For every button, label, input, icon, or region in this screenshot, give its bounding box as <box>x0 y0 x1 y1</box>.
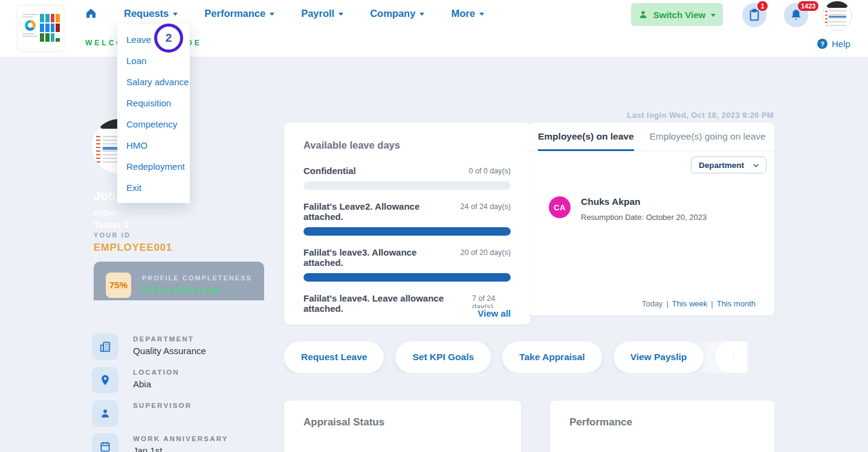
employee-on-leave-row: CA Chuks Akpan Resumption Date: October … <box>549 196 707 222</box>
info-label: SUPERVISOR <box>133 400 192 409</box>
user-avatar[interactable] <box>822 1 852 31</box>
logo-donut-chart <box>25 20 36 31</box>
nav-more-label: More <box>451 8 474 19</box>
tasks-badge: 1 <box>757 1 768 11</box>
edit-profile-label: Edit profile now <box>142 284 219 296</box>
help-link[interactable]: ? Help <box>817 39 850 49</box>
switch-view-label: Switch View <box>653 10 705 20</box>
nav-payroll[interactable]: Payroll <box>301 8 343 19</box>
leave-type-name: Falilat's leave3. Allowance attached. <box>303 247 455 268</box>
chevron-down-icon <box>173 13 178 16</box>
nav-home[interactable] <box>85 7 97 19</box>
leave-type-name: Falilat's Leave2. Allowance attached. <box>303 201 455 222</box>
clipboard-icon <box>748 8 761 22</box>
appraisal-status-title: Appraisal Status <box>303 416 502 428</box>
menu-item-competency[interactable]: Competency <box>117 114 190 135</box>
person-icon <box>92 400 118 427</box>
menu-item-exit[interactable]: Exit <box>117 177 190 198</box>
your-id-label: YOUR ID <box>94 231 131 239</box>
resumption-date: Resumption Date: October 20, 2023 <box>581 213 707 222</box>
info-value: Quality Assurance <box>133 346 206 356</box>
info-label: LOCATION <box>133 367 180 376</box>
info-value: Abia <box>133 379 180 389</box>
quick-actions-row: Request Leave Set KPI Goals Take Apprais… <box>284 341 747 373</box>
filter-today[interactable]: Today <box>642 299 663 308</box>
edit-profile-link[interactable]: Edit profile now → <box>142 284 252 296</box>
leave-card-title: Available leave days <box>303 140 511 151</box>
chevron-down-icon <box>711 14 716 17</box>
menu-item-hmo[interactable]: HMO <box>117 135 190 156</box>
nav-performance-label: Performance <box>204 8 265 19</box>
my-requisition-button[interactable]: My Requisition <box>715 341 747 373</box>
department-filter-label: Department <box>699 161 744 170</box>
employee-initials-avatar: CA <box>549 196 571 218</box>
leave-days-value: 20 of 20 day(s) <box>461 247 511 257</box>
leave-item: Confidential 0 of 0 day(s) <box>303 166 511 190</box>
performance-title: Performance <box>569 416 755 428</box>
employee-grade: HIGH <box>94 209 115 218</box>
home-icon <box>85 7 97 19</box>
annotation-circle-2: 2 <box>154 24 183 53</box>
view-payslip-button[interactable]: View Payslip <box>614 341 704 373</box>
notifications-badge: 1423 <box>798 1 818 11</box>
main-nav: Requests Performance Payroll Company Mor… <box>85 7 484 19</box>
leave-item: Falilat's Leave2. Allowance attached. 24… <box>303 201 511 236</box>
menu-item-salary-advance[interactable]: Salary advance <box>117 71 190 92</box>
chevron-down-icon <box>270 13 274 16</box>
appraisal-status-card: Appraisal Status <box>284 401 521 452</box>
logo-tile-grid <box>40 14 60 43</box>
request-leave-button[interactable]: Request Leave <box>284 341 384 373</box>
chevron-down-icon <box>419 13 424 16</box>
completeness-percent-badge: 75% <box>106 273 131 298</box>
nav-company[interactable]: Company <box>370 8 424 19</box>
person-icon <box>638 10 648 19</box>
building-icon <box>92 334 118 360</box>
nav-more[interactable]: More <box>451 8 484 19</box>
leave-tabs: Employee(s) on leave Employee(s) going o… <box>529 123 774 151</box>
department-filter-select[interactable]: Department <box>691 157 766 173</box>
info-label: DEPARTMENT <box>133 334 206 343</box>
take-appraisal-button[interactable]: Take Appraisal <box>502 341 602 373</box>
chevron-down-icon <box>752 161 760 169</box>
help-label: Help <box>832 39 850 49</box>
menu-item-loan[interactable]: Loan <box>117 50 190 71</box>
nav-payroll-label: Payroll <box>301 8 334 19</box>
requests-dropdown-menu: Leave Loan Salary advance Requisition Co… <box>117 24 190 203</box>
switch-view-button[interactable]: Switch View <box>631 3 723 26</box>
profile-completeness-card: 75% PROFILE COMPLETENESS Edit profile no… <box>94 262 264 300</box>
nav-requests[interactable]: Requests <box>124 8 178 19</box>
employee-id: EMPLOYEE001 <box>94 242 172 253</box>
info-item-location: LOCATION Abia <box>92 367 228 393</box>
filter-this-month[interactable]: This month <box>717 299 756 308</box>
leave-progress-bar <box>303 181 511 190</box>
calendar-icon <box>92 433 118 452</box>
info-item-department: DEPARTMENT Quality Assurance <box>92 334 228 360</box>
location-pin-icon <box>92 367 118 393</box>
tab-employees-going-on-leave[interactable]: Employee(s) going on leave <box>650 131 766 150</box>
nav-performance[interactable]: Performance <box>204 8 274 19</box>
leave-type-name: Falilat's leave4. Leave allowance attach… <box>303 293 465 314</box>
employee-on-leave-name: Chuks Akpan <box>581 196 707 207</box>
leave-type-name: Confidential <box>303 166 356 176</box>
view-all-link[interactable]: View all <box>473 308 511 318</box>
leave-days-value: 0 of 0 day(s) <box>469 166 511 175</box>
time-range-filters: Today | This week | This month <box>642 299 756 308</box>
leave-progress-bar <box>303 227 511 236</box>
menu-item-requisition[interactable]: Requisition <box>117 92 190 114</box>
arrow-right-icon: → <box>229 284 239 296</box>
help-icon: ? <box>817 39 828 49</box>
performance-card: Performance <box>550 401 774 452</box>
employee-info-list: DEPARTMENT Quality Assurance LOCATION Ab… <box>92 334 228 452</box>
app-logo[interactable] <box>17 5 65 52</box>
menu-item-redeployment[interactable]: Redeployment <box>117 156 190 177</box>
chevron-down-icon <box>338 13 343 16</box>
tab-employees-on-leave[interactable]: Employee(s) on leave <box>538 131 634 151</box>
filter-this-week[interactable]: This week <box>672 299 708 308</box>
logo-mini-report <box>22 14 38 43</box>
leave-days-value: 24 of 24 day(s) <box>461 201 511 211</box>
info-value: Jan 1st <box>133 445 228 452</box>
set-kpi-goals-button[interactable]: Set KPI Goals <box>395 341 491 373</box>
leave-item: Falilat's leave3. Allowance attached. 20… <box>303 247 511 282</box>
last-login-text: Last login Wed, Oct 18, 2023 9:20 PM <box>627 111 774 120</box>
info-item-supervisor: SUPERVISOR <box>92 400 228 427</box>
